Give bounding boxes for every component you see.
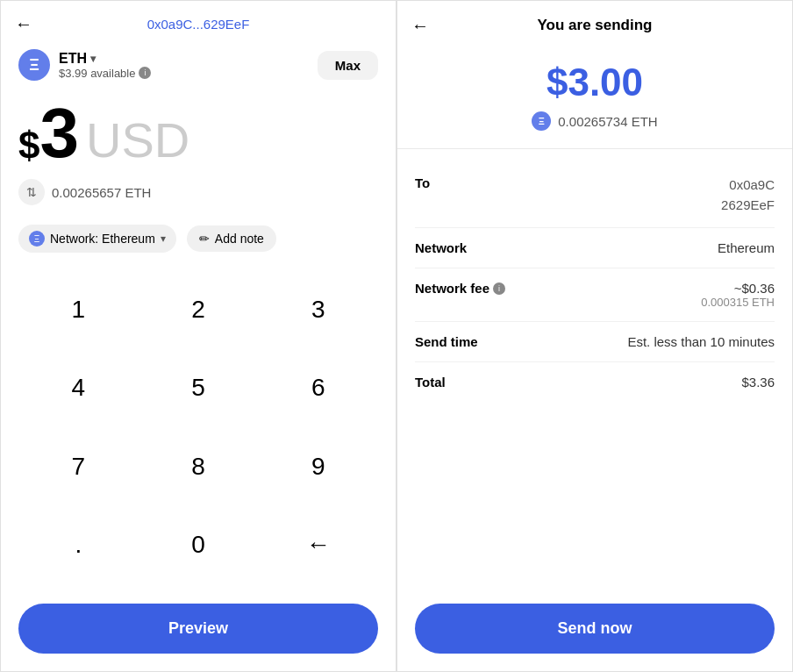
right-panel: ← You are sending $3.00 Ξ 0.00265734 ETH… (396, 0, 793, 672)
address-link[interactable]: 0x0a9C...629EeF (147, 17, 250, 32)
numpad: 1 2 3 4 5 6 7 8 9 . 0 ← (1, 261, 396, 593)
left-panel: ← 0x0a9C...629EeF Ξ ETH ▾ $3.99 availabl… (0, 0, 396, 672)
back-button-left[interactable]: ← (15, 14, 32, 34)
eth-icon-small: Ξ (532, 111, 551, 131)
sending-eth-amount: 0.00265734 ETH (558, 114, 657, 129)
to-row: To 0x0a9C 2629EeF (415, 163, 775, 228)
amount-number: 3 (39, 98, 79, 168)
token-info: Ξ ETH ▾ $3.99 available i (18, 49, 151, 81)
key-4[interactable]: 4 (18, 349, 139, 428)
network-chevron-icon: ▾ (161, 232, 166, 245)
key-5[interactable]: 5 (139, 349, 259, 428)
left-header: ← 0x0a9C...629EeF (1, 1, 396, 40)
to-address-line2: 2629EeF (721, 196, 775, 216)
eth-equivalent-row: ⇅ 0.00265657 ETH (1, 174, 396, 216)
available-info-icon[interactable]: i (139, 67, 151, 79)
fee-label: Network fee (415, 281, 489, 296)
network-detail-label: Network (415, 240, 467, 255)
pencil-icon: ✏ (199, 232, 210, 246)
swap-icon[interactable]: ⇅ (18, 179, 45, 205)
add-note-button[interactable]: ✏ Add note (187, 225, 276, 252)
fee-secondary: 0.000315 ETH (701, 296, 775, 309)
currency-label: USD (86, 116, 189, 165)
total-value: $3.36 (741, 375, 775, 390)
key-8[interactable]: 8 (139, 427, 259, 506)
add-note-label: Add note (215, 232, 264, 246)
token-available: $3.99 available i (59, 67, 151, 80)
key-6[interactable]: 6 (258, 349, 378, 428)
fee-row: Network fee i ~$0.36 0.000315 ETH (415, 268, 775, 322)
back-button-right[interactable]: ← (411, 16, 429, 36)
key-3[interactable]: 3 (258, 270, 378, 349)
eth-logo-icon: Ξ (18, 49, 50, 81)
token-symbol: ETH (59, 51, 87, 67)
network-detail-row: Network Ethereum (415, 228, 775, 268)
network-selector[interactable]: Ξ Network: Ethereum ▾ (18, 225, 176, 253)
key-dot[interactable]: . (18, 506, 139, 585)
to-label: To (415, 175, 430, 190)
send-now-button[interactable]: Send now (415, 604, 775, 654)
details-section: To 0x0a9C 2629EeF Network Ethereum Netwo… (397, 149, 792, 593)
max-button[interactable]: Max (318, 51, 378, 80)
right-header: ← You are sending (397, 1, 792, 43)
key-7[interactable]: 7 (18, 427, 139, 506)
network-label: Network: Ethereum (50, 232, 155, 246)
sending-amount-section: $3.00 Ξ 0.00265734 ETH (397, 43, 792, 149)
send-time-value: Est. less than 10 minutes (627, 334, 775, 349)
amount-display: $ 3 USD (1, 89, 396, 174)
token-name-row[interactable]: ETH ▾ (59, 51, 151, 67)
total-row: Total $3.36 (415, 362, 775, 402)
key-0[interactable]: 0 (139, 506, 259, 585)
dollar-sign: $ (18, 126, 39, 165)
key-2[interactable]: 2 (139, 270, 259, 349)
key-backspace[interactable]: ← (258, 506, 378, 585)
eth-equiv-text: 0.00265657 ETH (52, 185, 151, 200)
sending-eth-row: Ξ 0.00265734 ETH (532, 111, 657, 131)
token-row: Ξ ETH ▾ $3.99 available i Max (1, 40, 396, 89)
sending-usd: $3.00 (547, 61, 643, 104)
fee-label-row: Network fee i (415, 281, 505, 296)
network-detail-value: Ethereum (718, 240, 775, 255)
total-label: Total (415, 375, 446, 390)
key-1[interactable]: 1 (18, 270, 139, 349)
fee-info-icon[interactable]: i (493, 282, 505, 295)
to-address: 0x0a9C 2629EeF (721, 175, 775, 215)
network-eth-icon: Ξ (29, 231, 45, 247)
to-address-line1: 0x0a9C (721, 175, 775, 196)
send-time-row: Send time Est. less than 10 minutes (415, 322, 775, 362)
token-chevron-icon: ▾ (90, 53, 96, 65)
fee-primary: ~$0.36 (701, 281, 775, 296)
preview-button[interactable]: Preview (18, 604, 378, 654)
right-title: You are sending (538, 17, 653, 34)
network-row: Ξ Network: Ethereum ▾ ✏ Add note (1, 216, 396, 261)
fee-value: ~$0.36 0.000315 ETH (701, 281, 775, 309)
send-time-label: Send time (415, 334, 478, 349)
key-9[interactable]: 9 (258, 427, 378, 506)
